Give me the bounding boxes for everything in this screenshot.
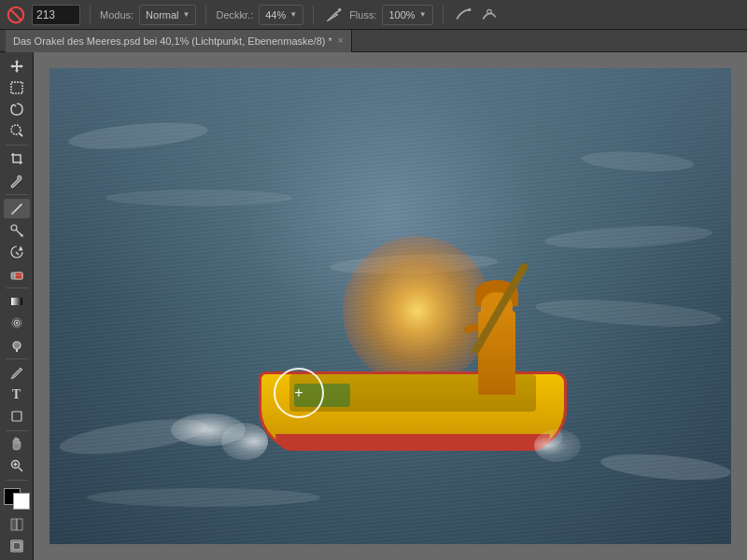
svg-line-7 (14, 105, 16, 106)
move-tool[interactable] (4, 56, 30, 76)
color-selector[interactable] (4, 488, 30, 510)
separator-4 (443, 6, 444, 24)
airbrush-button[interactable] (323, 5, 344, 25)
svg-rect-6 (11, 82, 22, 93)
tool-separator-4 (6, 358, 28, 359)
svg-point-10 (11, 212, 14, 215)
fisherman-arm-left (463, 323, 479, 335)
tab-title: Das Orakel des Meeres.psd bei 40,1% (Lic… (13, 35, 332, 47)
separator-3 (313, 6, 314, 24)
splash-left (221, 423, 268, 460)
tool-separator-1 (6, 145, 28, 146)
hand-tool[interactable] (4, 435, 30, 455)
background-color[interactable] (13, 493, 30, 510)
svg-point-20 (13, 342, 21, 349)
tool-separator-6 (6, 480, 28, 481)
mode-label: Modus: (100, 9, 134, 21)
canvas-area[interactable]: + (34, 52, 747, 560)
brush-settings-button[interactable] (453, 5, 473, 25)
brush-size-input[interactable]: 213 (32, 5, 80, 25)
splash-right (534, 429, 581, 462)
separator-1 (90, 6, 91, 24)
marquee-tool[interactable] (4, 77, 30, 97)
eraser-tool[interactable] (4, 264, 30, 284)
svg-point-8 (11, 125, 21, 134)
svg-rect-16 (11, 298, 22, 305)
fisherman-body (478, 311, 515, 395)
top-toolbar: 213 Modus: Normal ▼ Deckkr.: 44% ▼ Fluss… (0, 0, 747, 30)
document-tab[interactable]: Das Orakel des Meeres.psd bei 40,1% (Lic… (6, 30, 352, 52)
flow-label: Fluss: (349, 9, 376, 21)
pen-tool[interactable] (4, 363, 30, 383)
boat (231, 227, 585, 469)
left-toolbar: T (0, 52, 34, 560)
smoothing-button[interactable] (479, 5, 500, 25)
tool-separator-5 (6, 430, 28, 431)
gradient-tool[interactable] (4, 292, 30, 312)
svg-line-12 (16, 252, 19, 255)
tab-bar: Das Orakel des Meeres.psd bei 40,1% (Lic… (0, 30, 747, 52)
svg-rect-30 (13, 542, 21, 550)
tab-close-button[interactable]: × (338, 35, 344, 46)
mode-dropdown[interactable]: Normal ▼ (139, 5, 196, 25)
crop-tool[interactable] (4, 149, 30, 169)
opacity-dropdown[interactable]: 44% ▼ (259, 5, 303, 25)
svg-rect-14 (15, 273, 22, 279)
quick-select-tool[interactable] (4, 121, 30, 141)
tool-separator-2 (6, 194, 28, 195)
boat-cargo (294, 384, 350, 407)
photo-canvas: + (49, 68, 731, 544)
brush-tool[interactable] (4, 199, 30, 218)
separator-2 (205, 6, 206, 24)
clone-stamp-tool[interactable] (4, 220, 30, 240)
brush-preset-picker[interactable] (6, 5, 26, 25)
flow-dropdown-arrow: ▼ (419, 10, 427, 19)
svg-point-19 (16, 322, 18, 324)
tool-separator-3 (6, 287, 28, 288)
flow-dropdown[interactable]: 100% ▼ (382, 5, 432, 25)
dodge-tool[interactable] (4, 335, 30, 355)
svg-rect-27 (11, 519, 17, 530)
svg-point-3 (338, 7, 341, 10)
svg-line-1 (11, 9, 21, 20)
boat-red-bottom (275, 434, 550, 451)
main-area: T (0, 52, 747, 560)
svg-rect-28 (17, 519, 22, 530)
lasso-tool[interactable] (4, 99, 30, 119)
ocean-background: + (49, 68, 731, 544)
history-brush-tool[interactable] (4, 242, 30, 261)
opacity-label: Deckkr.: (216, 9, 253, 21)
svg-line-9 (20, 133, 22, 136)
wave-7 (87, 488, 320, 507)
svg-rect-22 (12, 412, 21, 421)
shape-tool[interactable] (4, 407, 30, 427)
fisherman-figure (464, 273, 529, 395)
quick-mask-button[interactable] (4, 515, 30, 535)
screen-mode-button[interactable] (4, 537, 30, 556)
text-tool[interactable]: T (4, 385, 30, 404)
mode-dropdown-arrow: ▼ (183, 10, 190, 19)
svg-line-24 (19, 468, 22, 471)
svg-point-4 (468, 7, 471, 10)
opacity-dropdown-arrow: ▼ (289, 10, 297, 19)
blur-tool[interactable] (4, 314, 30, 333)
zoom-tool[interactable] (4, 456, 30, 476)
eyedropper-tool[interactable] (4, 171, 30, 190)
wave-3 (106, 189, 292, 206)
